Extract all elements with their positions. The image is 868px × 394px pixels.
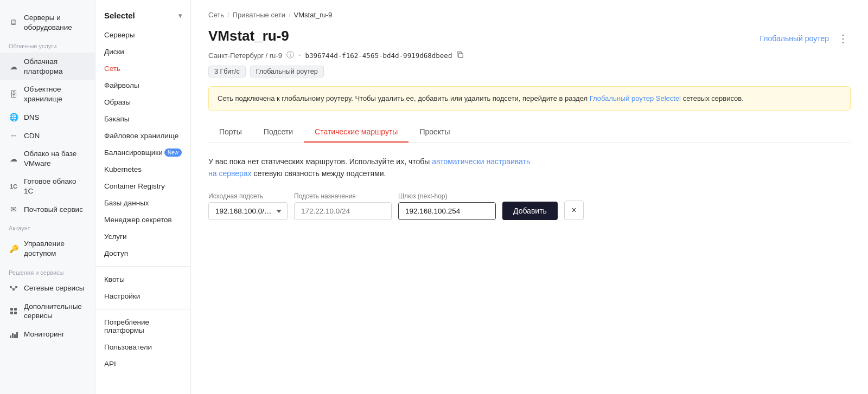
account-label: Аккаунт: [0, 218, 95, 235]
breadcrumb-network[interactable]: Сеть: [208, 11, 224, 19]
chevron-down-icon[interactable]: ▾: [178, 12, 182, 20]
mail-icon: ✉: [9, 204, 18, 214]
empty-text1: У вас пока нет статических маршрутов. Ис…: [208, 157, 432, 166]
sidebar-second-item-network[interactable]: Сеть: [95, 60, 190, 77]
cloud-icon: ☁: [9, 62, 18, 72]
tags-row: 3 Гбит/с Глобальный роутер: [208, 66, 851, 77]
breadcrumb-sep2: /: [289, 11, 291, 19]
svg-rect-0: [10, 286, 12, 288]
warning-banner: Сеть подключена к глобальному роутеру. Ч…: [208, 86, 851, 111]
breadcrumb-current: VMstat_ru-9: [294, 11, 333, 19]
empty-text3: сетевую связность между подсетями.: [252, 169, 386, 178]
divider: [95, 266, 190, 267]
dns-icon: 🌐: [9, 112, 18, 122]
tab-ports[interactable]: Порты: [208, 122, 253, 143]
tag-global-router: Глобальный роутер: [250, 66, 324, 77]
tab-projects[interactable]: Проекты: [409, 122, 461, 143]
sidebar-second-item-disks[interactable]: Диски: [95, 43, 190, 60]
breadcrumb-private-networks[interactable]: Приватные сети: [233, 11, 285, 19]
meta-dot: •: [298, 51, 301, 60]
tab-static-routes[interactable]: Статические маршруты: [304, 122, 409, 143]
tag-speed: 3 Гбит/с: [208, 66, 246, 77]
on-servers-link[interactable]: на серверах: [208, 169, 252, 178]
balancers-badge: New: [164, 148, 182, 157]
copy-icon[interactable]: [456, 51, 464, 60]
sidebar-item-vmware[interactable]: ☁ Облако на базе VMware: [0, 145, 95, 172]
sidebar-item-cloud-platform[interactable]: ☁ Облачная платформа: [0, 53, 95, 80]
svg-rect-9: [10, 335, 11, 338]
sidebar-second-item-backups[interactable]: Бэкапы: [95, 111, 190, 127]
sidebar-item-additional[interactable]: Дополнительные сервисы: [0, 298, 95, 325]
1c-icon: 1С: [9, 182, 18, 191]
gateway-group: Шлюз (next-hop): [398, 192, 496, 220]
cancel-button[interactable]: ×: [564, 201, 584, 220]
source-subnet-label: Исходная подсеть: [208, 192, 288, 200]
svg-rect-6: [14, 308, 17, 311]
sidebar-item-servers[interactable]: 🖥 Серверы и оборудование: [0, 9, 95, 36]
gateway-input[interactable]: [398, 202, 496, 220]
sidebar-second-item-filestorage[interactable]: Файловое хранилище: [95, 127, 190, 144]
global-router-link[interactable]: Глобальный роутер: [760, 34, 829, 43]
sidebar-item-dns[interactable]: 🌐 DNS: [0, 108, 95, 126]
sidebar-left: 🖥 Серверы и оборудование Облачные услуги…: [0, 0, 95, 394]
meta-row: Санкт-Петербург / ru-9 ⓘ • b396744d-f162…: [208, 50, 851, 60]
auto-configure-link[interactable]: автоматически настраивать: [432, 157, 530, 166]
sidebar-second-item-quotas[interactable]: Квоты: [95, 271, 190, 288]
dest-subnet-input[interactable]: [294, 202, 392, 220]
dest-subnet-label: Подсеть назначения: [294, 192, 392, 200]
sidebar-second-item-settings[interactable]: Настройки: [95, 288, 190, 305]
info-icon[interactable]: ⓘ: [286, 50, 294, 60]
source-subnet-select[interactable]: 192.168.100.0/…: [208, 202, 288, 220]
sidebar-item-monitoring[interactable]: Мониторинг: [0, 325, 95, 344]
gateway-label: Шлюз (next-hop): [398, 192, 496, 200]
sidebar-item-object-storage[interactable]: 🗄 Объектное хранилище: [0, 80, 95, 108]
breadcrumb: Сеть / Приватные сети / VMstat_ru-9: [208, 11, 851, 19]
svg-rect-13: [459, 53, 463, 57]
sidebar-second-item-firewalls[interactable]: Файрволы: [95, 77, 190, 94]
tabs-row: Порты Подсети Статические маршруты Проек…: [208, 122, 851, 143]
add-button[interactable]: Добавить: [502, 202, 558, 220]
plus-icon: [9, 306, 18, 316]
sidebar-second-item-secrets[interactable]: Менеджер секретов: [95, 211, 190, 228]
cloud-services-label: Облачные услуги: [0, 36, 95, 53]
sidebar-second-item-servers[interactable]: Серверы: [95, 27, 190, 43]
empty-state: У вас пока нет статических маршрутов. Ис…: [208, 156, 851, 180]
sidebar-second-item-api[interactable]: API: [95, 356, 190, 372]
sidebar-second-item-databases[interactable]: Базы данных: [95, 195, 190, 211]
sidebar-item-mail[interactable]: ✉ Почтовый сервис: [0, 200, 95, 218]
uuid: b396744d-f162-4565-bd4d-9919d68dbeed: [305, 51, 452, 60]
sidebar-item-access[interactable]: 🔑 Управление доступом: [0, 235, 95, 262]
source-subnet-group: Исходная подсеть 192.168.100.0/…: [208, 192, 288, 220]
sidebar-second-item-consumption[interactable]: Потребление платформы: [95, 314, 190, 339]
sidebar-second-item-users[interactable]: Пользователи: [95, 339, 190, 356]
svg-rect-10: [12, 333, 14, 338]
svg-rect-12: [16, 332, 18, 338]
sidebar-second-item-images[interactable]: Образы: [95, 94, 190, 111]
warning-link[interactable]: Глобальный роутер Selectel: [590, 94, 681, 102]
svg-rect-8: [14, 312, 17, 314]
sidebar-second-item-balancers[interactable]: Балансировщики New: [95, 144, 190, 161]
sidebar-second-item-access[interactable]: Доступ: [95, 245, 190, 262]
location: Санкт-Петербург / ru-9: [208, 51, 282, 60]
network-icon: [9, 283, 18, 293]
more-options-button[interactable]: ⋮: [835, 31, 851, 46]
sidebar-second-item-kubernetes[interactable]: Kubernetes: [95, 161, 190, 178]
solutions-label: Решения и сервисы: [0, 263, 95, 279]
servers-icon: 🖥: [9, 18, 18, 28]
sidebar-item-1c[interactable]: 1С Готовое облако 1С: [0, 172, 95, 200]
sidebar-second-item-services[interactable]: Услуги: [95, 228, 190, 245]
divider2: [95, 309, 190, 309]
vmware-icon: ☁: [9, 154, 18, 164]
sidebar-item-network-services[interactable]: Сетевые сервисы: [0, 279, 95, 298]
sidebar-second-title: Selectel ▾: [95, 7, 190, 27]
svg-rect-1: [15, 286, 17, 288]
sidebar-second-item-container-registry[interactable]: Container Registry: [95, 178, 190, 195]
svg-line-3: [11, 288, 14, 289]
storage-icon: 🗄: [9, 89, 18, 99]
svg-rect-7: [10, 312, 13, 314]
tab-subnets[interactable]: Подсети: [253, 122, 304, 143]
sidebar-item-cdn[interactable]: ↔ CDN: [0, 126, 95, 145]
key-icon: 🔑: [9, 244, 18, 254]
warning-text1: Сеть подключена к глобальному роутеру. Ч…: [218, 94, 590, 102]
sidebar-second: Selectel ▾ Серверы Диски Сеть Файрволы О…: [95, 0, 191, 394]
